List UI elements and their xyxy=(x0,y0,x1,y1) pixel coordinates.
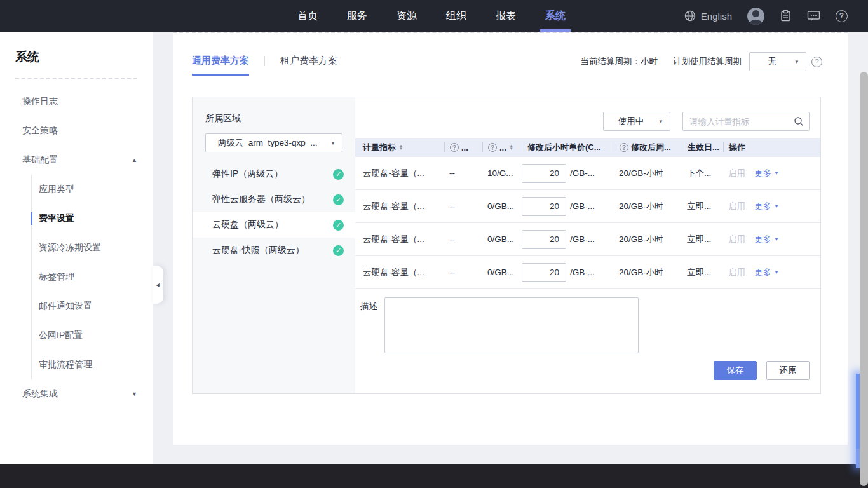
sidebar-item-rate-settings[interactable]: 费率设置 xyxy=(32,204,153,233)
region-item-label: 云硬盘-快照（两级云） xyxy=(212,245,304,256)
price-input[interactable] xyxy=(522,230,566,249)
help-icon[interactable]: ? xyxy=(620,143,628,152)
chevron-up-icon: ▲ xyxy=(132,157,137,163)
table-header: 计量指标 ? ... ? ... 修改后小时单价(C... ? 修改后周 xyxy=(355,138,820,157)
more-link[interactable]: 更多▼ xyxy=(754,168,779,179)
more-link[interactable]: 更多▼ xyxy=(754,234,779,245)
nav-right-tools: English ? xyxy=(684,0,848,32)
help-icon[interactable]: ? xyxy=(488,143,497,152)
description-textarea[interactable] xyxy=(384,297,639,353)
enable-link[interactable]: 启用 xyxy=(728,201,745,212)
language-label: English xyxy=(701,11,732,22)
more-label: 更多 xyxy=(754,267,771,278)
cell-old-price: 0/GB... xyxy=(482,201,522,211)
enable-link[interactable]: 启用 xyxy=(728,168,745,179)
price-input[interactable] xyxy=(522,164,566,183)
sidebar-item-label: 费率设置 xyxy=(39,213,74,224)
cell-effective: 下个... xyxy=(682,168,723,179)
nav-item-resources[interactable]: 资源 xyxy=(393,0,421,32)
nav-item-services[interactable]: 服务 xyxy=(343,0,371,32)
table-row: 云硬盘-容量（... -- 0/GB... /GB-... 20/GB-小时 立… xyxy=(355,256,820,289)
region-select[interactable]: 两级云_arm_type3-qxp_... ▼ xyxy=(205,133,342,152)
cell-period-price: 20/GB-小时 xyxy=(614,201,682,212)
price-unit: /GB-... xyxy=(570,168,595,178)
region-item-evs-snapshot[interactable]: 云硬盘-快照（两级云） xyxy=(193,238,355,263)
save-button[interactable]: 保存 xyxy=(714,361,757,380)
cell-period-price: 20/GB-小时 xyxy=(614,168,682,179)
language-switcher[interactable]: English xyxy=(684,10,732,22)
region-item-evs[interactable]: 云硬盘（两级云） xyxy=(193,212,355,238)
more-link[interactable]: 更多▼ xyxy=(754,267,779,278)
region-select-value: 两级云_arm_type3-qxp_... xyxy=(206,137,329,149)
cell-period-price: 20/GB-小时 xyxy=(614,234,682,245)
cell-metric: 云硬盘-容量（... xyxy=(355,168,444,179)
more-link[interactable]: 更多▼ xyxy=(754,201,779,212)
content-card: 通用费率方案 租户费率方案 当前结算周期： 小时 计划使用结算周期 无 ▼ ? … xyxy=(173,32,848,445)
cell-effective: 立即... xyxy=(682,234,723,245)
cell-metric: 云硬盘-容量（... xyxy=(355,201,444,212)
nav-item-reports[interactable]: 报表 xyxy=(492,0,520,32)
cell-effective: 立即... xyxy=(682,201,723,212)
status-filter-select[interactable]: 使用中 ▼ xyxy=(603,112,670,131)
sidebar-item-basic-config[interactable]: 基础配置 ▲ xyxy=(0,146,153,175)
sidebar-item-public-ip[interactable]: 公网IP配置 xyxy=(32,321,153,350)
help-icon[interactable]: ? xyxy=(450,143,459,152)
table-row: 云硬盘-容量（... -- 10/G... /GB-... 20/GB-小时 下… xyxy=(355,157,820,190)
sidebar-item-freeze-period[interactable]: 资源冷冻期设置 xyxy=(32,233,153,262)
sort-icon[interactable] xyxy=(510,144,513,151)
status-filter-value: 使用中 xyxy=(604,116,658,127)
enable-link[interactable]: 启用 xyxy=(728,267,745,278)
more-label: 更多 xyxy=(754,168,771,179)
sidebar-collapse-handle[interactable] xyxy=(153,266,163,304)
price-input[interactable] xyxy=(522,197,566,216)
billing-cycle-info: 当前结算周期： 小时 计划使用结算周期 无 ▼ ? xyxy=(581,52,823,71)
user-avatar[interactable] xyxy=(747,8,764,25)
reset-button[interactable]: 还原 xyxy=(766,361,810,380)
search-icon[interactable] xyxy=(794,116,804,126)
help-icon[interactable]: ? xyxy=(836,10,848,22)
clipboard-icon[interactable] xyxy=(780,10,792,22)
sidebar-item-label: 邮件通知设置 xyxy=(39,301,92,312)
cell-old-price: 10/G... xyxy=(482,168,522,178)
sidebar-item-security-policy[interactable]: 安全策略 xyxy=(0,116,153,146)
col-new-period-price: ? 修改后周... xyxy=(614,142,682,152)
nav-item-system[interactable]: 系统 xyxy=(541,0,569,32)
col-label: ... xyxy=(461,143,468,152)
region-item-ecs[interactable]: 弹性云服务器（两级云） xyxy=(193,187,355,212)
enable-link[interactable]: 启用 xyxy=(728,234,745,245)
main-menu: 首页 服务 资源 组织 报表 系统 xyxy=(294,0,569,32)
description-row: 描述 xyxy=(355,297,820,353)
sort-icon[interactable] xyxy=(399,144,403,151)
sidebar: 系统 操作日志 安全策略 基础配置 ▲ 应用类型 费率设置 资源冷冻期设置 标签… xyxy=(0,32,153,464)
region-item-label: 云硬盘（两级云） xyxy=(212,219,283,231)
tab-general-rate-plan[interactable]: 通用费率方案 xyxy=(192,55,249,76)
col-label: 操作 xyxy=(729,142,745,152)
chevron-down-icon: ▼ xyxy=(330,140,336,146)
vertical-scrollbar[interactable] xyxy=(860,72,868,486)
tab-tenant-rate-plan[interactable]: 租户费率方案 xyxy=(280,55,337,76)
current-cycle-label: 当前结算周期： xyxy=(581,56,641,67)
sidebar-item-mail-notify[interactable]: 邮件通知设置 xyxy=(32,292,153,321)
cell-actions: 启用 更多▼ xyxy=(723,168,820,179)
nav-item-home[interactable]: 首页 xyxy=(294,0,322,32)
sidebar-item-label: 应用类型 xyxy=(39,184,74,195)
sidebar-item-app-type[interactable]: 应用类型 xyxy=(32,175,153,204)
sidebar-item-tag-management[interactable]: 标签管理 xyxy=(32,262,153,292)
help-icon[interactable]: ? xyxy=(811,57,822,67)
region-item-elastic-ip[interactable]: 弹性IP（两级云） xyxy=(193,161,355,187)
sidebar-item-operation-logs[interactable]: 操作日志 xyxy=(0,87,153,116)
sidebar-item-approval-flow[interactable]: 审批流程管理 xyxy=(32,350,153,379)
tab-bar: 通用费率方案 租户费率方案 当前结算周期： 小时 计划使用结算周期 无 ▼ ? xyxy=(192,52,822,78)
basic-config-sublist: 应用类型 费率设置 资源冷冻期设置 标签管理 邮件通知设置 公网IP配置 审批流… xyxy=(31,175,153,379)
plan-cycle-select[interactable]: 无 ▼ xyxy=(749,52,806,71)
sidebar-item-label: 安全策略 xyxy=(22,125,58,137)
cell-old-price: 0/GB... xyxy=(482,234,522,244)
search-input[interactable] xyxy=(683,117,794,126)
nav-item-organization[interactable]: 组织 xyxy=(442,0,470,32)
col-label: ... xyxy=(499,143,506,152)
sidebar-item-system-integration[interactable]: 系统集成 ▼ xyxy=(0,379,153,409)
table-row: 云硬盘-容量（... -- 0/GB... /GB-... 20/GB-小时 立… xyxy=(355,223,820,256)
cell-new-price: /GB-... xyxy=(522,164,614,183)
feedback-icon[interactable] xyxy=(807,10,820,22)
price-input[interactable] xyxy=(522,263,566,282)
